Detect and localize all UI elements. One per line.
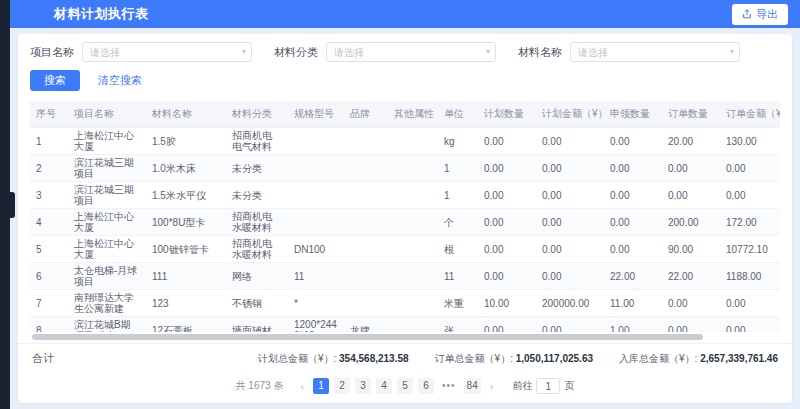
pagination: 共 1673 条 ‹ 123456•••84 › 前往 页	[18, 373, 792, 403]
export-button[interactable]: 导出	[732, 4, 788, 25]
goto-page-input[interactable]	[536, 378, 560, 394]
table-cell: 未分类	[226, 155, 288, 182]
table-cell: 龙牌	[344, 317, 388, 333]
table-cell	[388, 128, 438, 155]
select-project-name[interactable]: ▾	[82, 42, 252, 62]
table-cell	[288, 182, 344, 209]
table-row: 5上海松江中心大厦100镀锌管卡招商机电 水暖材料DN100根0.000.000…	[30, 236, 780, 263]
select-input[interactable]	[578, 47, 723, 58]
table-cell: 滨江花城三期项目	[68, 182, 146, 209]
main-area: 材料计划执行表 导出 项目名称▾材料分类▾材料名称▾ 搜索 清空搜索 序号项目名…	[10, 0, 800, 409]
prev-page-icon[interactable]: ‹	[296, 380, 308, 392]
table-cell: 0.00	[478, 155, 536, 182]
table-cell: 11	[438, 263, 478, 290]
chevron-down-icon: ▾	[730, 48, 734, 56]
page-button[interactable]: 2	[334, 378, 350, 394]
table-cell: 0.00	[720, 155, 780, 182]
table-cell: 10.00	[478, 290, 536, 317]
table-cell: 0.00	[662, 290, 720, 317]
table-cell: 0.00	[604, 155, 662, 182]
column-header: 申领数量	[604, 101, 662, 128]
table-cell: 4	[30, 209, 68, 236]
table-cell: 0.00	[662, 317, 720, 333]
table-cell: 0.00	[662, 182, 720, 209]
table-cell: 招商机电 电气材料	[226, 128, 288, 155]
next-page-icon[interactable]: ›	[486, 380, 498, 392]
table-cell: 0.00	[604, 209, 662, 236]
column-header: 其他属性	[388, 101, 438, 128]
table-header-row: 序号项目名称材料名称材料分类规格型号品牌其他属性单位计划数量计划金额（¥）申领数…	[30, 101, 780, 128]
table-cell: 1.0米木床	[146, 155, 226, 182]
clear-search-link[interactable]: 清空搜索	[98, 73, 142, 88]
table-cell: 0.00	[720, 290, 780, 317]
horizontal-scrollbar[interactable]	[32, 334, 778, 340]
table-cell	[288, 155, 344, 182]
table-cell: DN100	[288, 236, 344, 263]
content-card: 项目名称▾材料分类▾材料名称▾ 搜索 清空搜索 序号项目名称材料名称材料分类规格…	[18, 34, 792, 403]
filter-group: 项目名称▾	[30, 42, 252, 62]
filter-label: 项目名称	[30, 45, 74, 60]
select-input[interactable]	[90, 47, 235, 58]
page-button[interactable]: 1	[313, 378, 329, 394]
table-cell: 滨江花城三期项目	[68, 155, 146, 182]
table-cell: 0.00	[604, 128, 662, 155]
pagination-pages: 123456•••84	[313, 378, 481, 394]
page-button[interactable]: 5	[397, 378, 413, 394]
table-container: 序号项目名称材料名称材料分类规格型号品牌其他属性单位计划数量计划金额（¥）申领数…	[18, 97, 792, 332]
search-button[interactable]: 搜索	[30, 70, 80, 91]
select-material-category[interactable]: ▾	[326, 42, 496, 62]
goto-page: 前往 页	[512, 378, 574, 394]
page-button[interactable]: 6	[418, 378, 434, 394]
table-cell: 200.00	[662, 209, 720, 236]
filter-group: 材料名称▾	[518, 42, 740, 62]
page-button[interactable]: 84	[464, 378, 481, 394]
table-cell: 1.5胶	[146, 128, 226, 155]
table-cell: 1	[438, 182, 478, 209]
table-row: 7南翔璟达大学生公寓新建123不锈钢*米重10.00200000.0011.00…	[30, 290, 780, 317]
table-cell: 130.00	[720, 128, 780, 155]
table-row: 2滨江花城三期项目1.0米木床未分类10.000.000.000.000.00	[30, 155, 780, 182]
table-cell: 上海松江中心大厦	[68, 128, 146, 155]
table-cell: 0.00	[536, 128, 604, 155]
select-input[interactable]	[334, 47, 479, 58]
table-cell: 111	[146, 263, 226, 290]
filter-area: 项目名称▾材料分类▾材料名称▾ 搜索 清空搜索	[18, 34, 792, 97]
goto-suffix-label: 页	[564, 379, 574, 393]
table-cell	[344, 236, 388, 263]
page-button[interactable]: 4	[376, 378, 392, 394]
sidebar-expand-handle[interactable]	[10, 192, 15, 218]
table-cell: 招商机电 水暖材料	[226, 209, 288, 236]
select-material-name[interactable]: ▾	[570, 42, 740, 62]
export-button-label: 导出	[756, 7, 778, 22]
table-cell: 0.00	[720, 182, 780, 209]
table-cell: 22.00	[662, 263, 720, 290]
pagination-total-count: 共 1673 条	[236, 379, 284, 393]
table-cell	[388, 263, 438, 290]
table-cell: kg	[438, 128, 478, 155]
table-cell: 0.00	[604, 236, 662, 263]
table-row: 8滨江花城B期项目-分包12石膏板墙面辅材1200*2440*12龙牌张0.00…	[30, 317, 780, 333]
table-cell: 网络	[226, 263, 288, 290]
column-header: 订单数量	[662, 101, 720, 128]
column-header: 单位	[438, 101, 478, 128]
table-row: 1上海松江中心大厦1.5胶招商机电 电气材料kg0.000.000.0020.0…	[30, 128, 780, 155]
summary-total-value: 1,050,117,025.63	[516, 353, 593, 364]
table-cell: 未分类	[226, 182, 288, 209]
table-cell: 太仓电梯-月球项目	[68, 263, 146, 290]
table-cell: 1	[30, 128, 68, 155]
summary-total-label: 入库总金额（¥）:	[619, 353, 700, 364]
column-header: 项目名称	[68, 101, 146, 128]
summary-totals: 计划总金额（¥）: 354,568,213.58订单总金额（¥）: 1,050,…	[258, 352, 778, 366]
table-cell	[344, 128, 388, 155]
table-cell: 20.00	[662, 128, 720, 155]
table-cell	[388, 236, 438, 263]
table-cell: 米重	[438, 290, 478, 317]
scrollbar-thumb[interactable]	[32, 334, 703, 340]
table-cell: 0.00	[536, 209, 604, 236]
summary-total-value: 354,568,213.58	[339, 353, 409, 364]
table-cell: 2	[30, 155, 68, 182]
summary-total-value: 2,657,339,761.46	[700, 353, 778, 364]
page-button[interactable]: 3	[355, 378, 371, 394]
table-cell: 1188.00	[720, 263, 780, 290]
table-cell	[388, 182, 438, 209]
